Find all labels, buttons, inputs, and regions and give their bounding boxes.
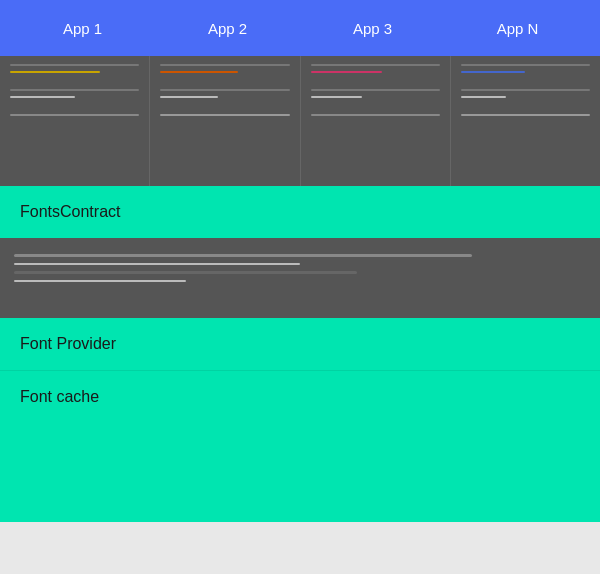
line-2 bbox=[10, 71, 100, 73]
line-2 bbox=[160, 71, 238, 73]
line-3 bbox=[10, 89, 139, 91]
main-container: App 1 App 2 App 3 App N bbox=[0, 0, 600, 574]
line-5 bbox=[461, 114, 590, 116]
font-provider-label: Font Provider bbox=[20, 335, 116, 353]
line-5 bbox=[10, 114, 139, 116]
dl-3 bbox=[14, 271, 357, 274]
fonts-contract-section: FontsContract bbox=[0, 186, 600, 238]
appN-column bbox=[451, 56, 600, 186]
line-3 bbox=[160, 89, 289, 91]
line-1 bbox=[461, 64, 590, 66]
line-2 bbox=[311, 71, 382, 73]
tab-app3[interactable]: App 3 bbox=[300, 12, 445, 45]
font-cache-section: Font cache bbox=[0, 370, 600, 422]
line-4 bbox=[10, 96, 75, 98]
app-bar: App 1 App 2 App 3 App N bbox=[0, 0, 600, 56]
line-5 bbox=[160, 114, 289, 116]
dl-1 bbox=[14, 254, 472, 257]
app2-column bbox=[150, 56, 300, 186]
fonts-contract-label: FontsContract bbox=[20, 203, 120, 221]
line-1 bbox=[10, 64, 139, 66]
line-4 bbox=[160, 96, 218, 98]
line-4 bbox=[311, 96, 363, 98]
font-cache-label: Font cache bbox=[20, 388, 99, 406]
line-1 bbox=[160, 64, 289, 66]
line-1 bbox=[311, 64, 440, 66]
app3-column bbox=[301, 56, 451, 186]
line-3 bbox=[311, 89, 440, 91]
tab-appN[interactable]: App N bbox=[445, 12, 590, 45]
tab-app2[interactable]: App 2 bbox=[155, 12, 300, 45]
line-3 bbox=[461, 89, 590, 91]
dl-2 bbox=[14, 263, 300, 265]
line-4 bbox=[461, 96, 506, 98]
line-5 bbox=[311, 114, 440, 116]
app1-column bbox=[0, 56, 150, 186]
line-2 bbox=[461, 71, 526, 73]
font-provider-section: Font Provider bbox=[0, 318, 600, 370]
tab-app1[interactable]: App 1 bbox=[10, 12, 155, 45]
dark-lines-2 bbox=[14, 248, 586, 282]
dl-4 bbox=[14, 280, 186, 282]
apps-dark-section bbox=[0, 56, 600, 186]
dark-section-2 bbox=[0, 238, 600, 318]
bottom-teal-section bbox=[0, 422, 600, 522]
